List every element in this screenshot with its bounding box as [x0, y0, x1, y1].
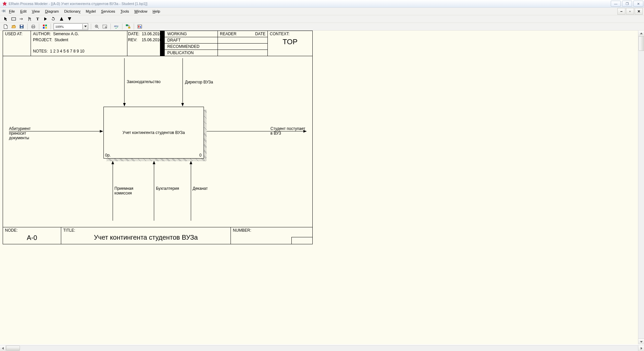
- text-tool[interactable]: T: [35, 16, 41, 22]
- box-shadow: [106, 159, 207, 161]
- reader-cell: READERDATE: [218, 31, 268, 56]
- doc-close-button[interactable]: ✕: [635, 8, 643, 15]
- scroll-down-button[interactable]: [638, 338, 644, 344]
- svg-marker-16: [84, 26, 87, 27]
- window-title: ERwin Process Modeler - [(A-0) Учет конт…: [9, 2, 147, 6]
- svg-rect-24: [138, 26, 139, 28]
- activity-box[interactable]: Учет контингента студентов ВУЗа 0р. 0: [103, 107, 204, 159]
- save-icon[interactable]: [19, 24, 25, 29]
- svg-rect-7: [21, 25, 23, 26]
- vertical-scrollbar[interactable]: [638, 31, 644, 344]
- mech-1-label: Приемная комиссия: [114, 186, 133, 195]
- mech-3-label: Деканат: [193, 186, 208, 191]
- author-cell: AUTHOR: Semenov A.G. PROJECT: Student NO…: [31, 31, 127, 56]
- diagram-header: USED AT: AUTHOR: Semenov A.G. PROJECT: S…: [3, 31, 312, 56]
- doc-minimize-button[interactable]: –: [617, 8, 625, 15]
- svg-rect-22: [128, 27, 130, 28]
- print-icon[interactable]: [30, 24, 36, 29]
- title-cell: TITLE: Учет контингента студентов ВУЗа: [61, 227, 231, 244]
- status-cell: WORKING DRAFT RECOMMENDED PUBLICATION: [165, 31, 218, 56]
- menu-tools[interactable]: Tools: [118, 9, 131, 14]
- context-cell: CONTEXT: TOP: [268, 31, 312, 56]
- zoom-combo[interactable]: [54, 23, 88, 30]
- zoom-in-icon[interactable]: [94, 24, 100, 29]
- scroll-h-thumb[interactable]: [6, 346, 20, 351]
- svg-rect-21: [126, 25, 128, 26]
- svg-marker-0: [3, 2, 7, 6]
- svg-rect-25: [140, 26, 141, 28]
- menu-view[interactable]: View: [30, 9, 42, 14]
- horizontal-scrollbar[interactable]: [0, 345, 644, 351]
- new-icon[interactable]: [3, 24, 9, 29]
- svg-rect-13: [45, 25, 47, 26]
- menu-edit[interactable]: Edit: [18, 9, 29, 14]
- squiggle-tool[interactable]: [27, 16, 33, 22]
- svg-rect-11: [32, 27, 34, 28]
- spellcheck-icon[interactable]: abc: [113, 24, 119, 29]
- maximize-button[interactable]: ❐: [622, 1, 632, 7]
- zoom-fit-icon[interactable]: [102, 24, 108, 29]
- menu-file[interactable]: File: [7, 9, 17, 14]
- doc-restore-button[interactable]: ▫: [626, 8, 634, 15]
- toolbar-standard: abc: [0, 23, 644, 31]
- svg-marker-4: [60, 17, 63, 21]
- triangle-down-icon[interactable]: [67, 16, 73, 22]
- svg-rect-10: [32, 25, 34, 26]
- zoom-input[interactable]: [54, 24, 82, 29]
- diagram-canvas[interactable]: USED AT: AUTHOR: Semenov A.G. PROJECT: S…: [0, 31, 644, 344]
- toolbar-tools: T: [0, 15, 644, 23]
- open-icon[interactable]: [11, 24, 17, 29]
- menu-anchor-icon: [1, 9, 6, 14]
- used-at-cell: USED AT:: [3, 31, 31, 56]
- output-label: Студент поступает в ВУЗ: [270, 126, 305, 136]
- svg-marker-35: [640, 341, 643, 343]
- diagram-footer: NODE: A-0 TITLE: Учет контингента студен…: [3, 227, 312, 244]
- workspace: USED AT: AUTHOR: Semenov A.G. PROJECT: S…: [0, 31, 644, 344]
- number-cell: NUMBER:: [231, 227, 312, 244]
- menu-dictionary[interactable]: Dictionary: [62, 9, 83, 14]
- scroll-left-button[interactable]: [0, 345, 6, 351]
- menu-diagram[interactable]: Diagram: [43, 9, 61, 14]
- menu-model[interactable]: Model: [83, 9, 98, 14]
- zoom-dropdown-button[interactable]: [82, 24, 88, 29]
- model-nav-icon[interactable]: [125, 24, 131, 29]
- close-button[interactable]: ✕: [633, 1, 643, 7]
- box-shadow: [204, 110, 207, 161]
- menu-window[interactable]: Window: [132, 9, 150, 14]
- app-icon: [2, 1, 7, 6]
- scroll-v-thumb[interactable]: [639, 36, 644, 51]
- control-1-label: Законодательство: [127, 79, 161, 84]
- menu-help[interactable]: Help: [150, 9, 163, 14]
- svg-rect-15: [45, 27, 47, 29]
- activity-name: Учет контингента студентов ВУЗа: [104, 130, 204, 135]
- report-icon[interactable]: [137, 24, 143, 29]
- arrow-tool[interactable]: [19, 16, 25, 22]
- scroll-right-button[interactable]: [638, 345, 644, 351]
- minimize-button[interactable]: —: [611, 1, 621, 7]
- svg-rect-14: [43, 27, 45, 29]
- svg-rect-8: [21, 27, 23, 28]
- box-tool[interactable]: [11, 16, 17, 22]
- input-label: Абитуриент приносит документы: [9, 126, 31, 140]
- play-small-icon[interactable]: [43, 16, 49, 22]
- undo-redo-icon[interactable]: [51, 16, 57, 22]
- control-2-label: Директор ВУЗа: [185, 80, 213, 84]
- svg-marker-37: [641, 347, 642, 350]
- svg-marker-34: [640, 33, 643, 34]
- svg-rect-23: [138, 25, 142, 28]
- page-box: [291, 237, 313, 244]
- titlebar: ERwin Process Modeler - [(A-0) Учет конт…: [0, 0, 644, 8]
- status-marker: [160, 31, 165, 56]
- play-icon[interactable]: [59, 16, 65, 22]
- svg-rect-1: [12, 18, 16, 20]
- scroll-up-button[interactable]: [638, 31, 644, 37]
- node-cell: NODE: A-0: [3, 227, 61, 244]
- svg-rect-12: [43, 25, 45, 26]
- palette-icon[interactable]: [42, 24, 48, 29]
- svg-marker-36: [2, 347, 4, 350]
- menu-services[interactable]: Services: [99, 9, 117, 14]
- notes-cell: NOTES: 1 2 3 4 5 6 7 8 9 10: [33, 49, 125, 54]
- pointer-tool[interactable]: [3, 16, 9, 22]
- svg-marker-5: [68, 17, 71, 21]
- activity-cost: 0р.: [105, 153, 111, 158]
